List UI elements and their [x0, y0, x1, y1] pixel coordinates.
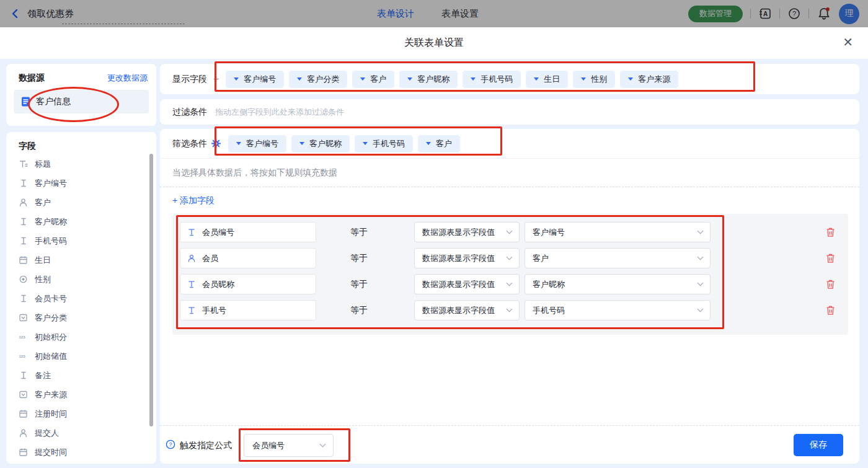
field-label: 生日 — [35, 255, 51, 266]
field-item[interactable]: 注册时间 — [6, 404, 156, 423]
chip-label: 客户 — [370, 74, 386, 85]
chevron-down-icon — [426, 142, 431, 145]
field-chip[interactable]: 客户 — [418, 135, 460, 152]
chip-label: 客户昵称 — [309, 138, 342, 149]
equals-label: 等于 — [350, 274, 368, 294]
save-button[interactable]: 保存 — [794, 434, 843, 456]
filter-dropzone-placeholder[interactable]: 拖动左侧字段到此处来添加过滤条件 — [215, 107, 344, 118]
field-item[interactable]: 会员卡号 — [6, 289, 156, 308]
source-type-select[interactable]: 数据源表显示字段值 — [414, 222, 520, 242]
field-label: 标题 — [35, 159, 51, 170]
select-value: 数据源表显示字段值 — [422, 227, 495, 238]
field-label: 客户来源 — [35, 389, 67, 400]
change-datasource-link[interactable]: 更改数据源 — [107, 73, 148, 84]
datasource-item-label: 客户信息 — [36, 96, 71, 107]
field-item[interactable]: 备注 — [6, 366, 156, 385]
gear-icon[interactable] — [211, 139, 221, 148]
delete-rule-icon[interactable] — [826, 227, 836, 238]
field-item[interactable]: 客户分类 — [6, 308, 156, 327]
field-chip[interactable]: 客户编号 — [228, 135, 286, 152]
datasource-item[interactable]: 客户信息 — [14, 90, 149, 113]
delete-rule-icon[interactable] — [826, 279, 836, 290]
field-chip[interactable]: 客户昵称 — [399, 71, 458, 88]
field-label: 注册时间 — [35, 408, 67, 420]
screening-field-chips: 客户编号 客户昵称 手机号码 客户 — [228, 135, 460, 152]
chevron-down-icon — [698, 254, 704, 260]
chip-label: 客户编号 — [246, 138, 278, 149]
source-field-select[interactable]: 手机号码 — [525, 300, 711, 320]
field-label: 客户昵称 — [35, 216, 67, 227]
text-field-icon — [187, 280, 196, 289]
field-chip[interactable]: 手机号码 — [355, 135, 413, 152]
source-field-select[interactable]: 客户编号 — [525, 222, 711, 242]
field-chip[interactable]: 手机号码 — [463, 71, 521, 88]
field-item[interactable]: 客户编号 — [6, 174, 156, 193]
select-value: 客户编号 — [533, 227, 565, 238]
field-item[interactable]: 手机号码 — [6, 231, 156, 250]
source-type-select[interactable]: 数据源表显示字段值 — [414, 274, 520, 294]
field-item[interactable]: 123 初始储值 — [6, 347, 156, 366]
trigger-formula-select[interactable]: 会员编号 — [244, 434, 334, 457]
text-field-icon — [187, 227, 196, 237]
source-field-select[interactable]: 客户昵称 — [525, 274, 711, 294]
target-field-box[interactable]: 会员编号 — [180, 222, 316, 242]
field-item[interactable]: 性别 — [6, 270, 156, 289]
target-field-label: 会员昵称 — [202, 279, 234, 290]
fields-list: 标题 客户编号 客户 客户昵称 手机号码 生日 — [6, 154, 156, 462]
target-field-box[interactable]: 手机号 — [180, 300, 316, 320]
field-item[interactable]: 标题 — [6, 154, 156, 174]
chip-label: 性别 — [591, 74, 607, 85]
chevron-down-icon — [698, 280, 704, 286]
target-field-box[interactable]: 会员昵称 — [180, 274, 316, 294]
select-value: 数据源表显示字段值 — [422, 305, 495, 316]
chevron-down-icon — [407, 77, 412, 81]
fields-title: 字段 — [6, 141, 156, 154]
chip-label: 客户编号 — [244, 74, 276, 85]
source-field-select[interactable]: 客户 — [525, 248, 711, 268]
field-chip[interactable]: 客户 — [352, 71, 394, 88]
source-type-select[interactable]: 数据源表显示字段值 — [414, 300, 520, 320]
field-chip[interactable]: 客户来源 — [620, 71, 678, 88]
delete-rule-icon[interactable] — [826, 253, 836, 264]
modal-title: 关联表单设置 — [0, 27, 868, 59]
add-display-field-button[interactable]: + — [213, 74, 219, 85]
field-item[interactable]: 客户 — [6, 193, 156, 212]
field-chip[interactable]: 客户编号 — [226, 71, 284, 88]
datasource-title: 数据源 — [19, 73, 45, 84]
field-item[interactable]: 生日 — [6, 250, 156, 270]
fill-rule-row: 会员昵称 等于 数据源表显示字段值 客户昵称 — [172, 274, 848, 294]
text-field-icon — [19, 179, 28, 188]
source-type-select[interactable]: 数据源表显示字段值 — [414, 248, 520, 268]
field-label: 备注 — [35, 370, 51, 381]
field-item[interactable]: 客户昵称 — [6, 212, 156, 231]
chevron-down-icon — [236, 142, 241, 145]
text-field-icon — [19, 371, 28, 380]
field-item[interactable]: 客户来源 — [6, 385, 156, 404]
target-field-box[interactable]: 会员 — [180, 248, 316, 268]
close-icon[interactable]: ✕ — [843, 36, 853, 48]
chevron-down-icon — [234, 77, 239, 81]
delete-rule-icon[interactable] — [826, 305, 836, 316]
select-value: 数据源表显示字段值 — [422, 253, 495, 264]
select-value: 手机号码 — [533, 305, 565, 316]
field-chip[interactable]: 生日 — [526, 71, 568, 88]
field-chip[interactable]: 客户分类 — [289, 71, 347, 88]
number-field-icon: 123 — [19, 332, 28, 342]
help-circle-icon[interactable]: ? — [166, 439, 175, 449]
text-field-icon — [187, 306, 196, 315]
chevron-down-icon — [471, 77, 476, 81]
field-chip[interactable]: 客户昵称 — [291, 135, 350, 152]
add-field-link[interactable]: + 添加字段 — [172, 195, 215, 206]
text-field-icon — [19, 217, 28, 226]
equals-label: 等于 — [350, 300, 368, 320]
relation-settings-panel: 筛选条件 客户编号 客户昵称 — [160, 129, 859, 464]
field-item[interactable]: 提交时间 — [6, 443, 156, 462]
fields-scrollbar[interactable] — [149, 154, 153, 426]
equals-label: 等于 — [350, 248, 368, 268]
field-chip[interactable]: 性别 — [573, 71, 615, 88]
dashed-divider — [160, 187, 859, 187]
field-item[interactable]: 提交人 — [6, 423, 156, 443]
field-item[interactable]: 123 初始积分 — [6, 327, 156, 347]
text-field-icon — [19, 236, 28, 245]
chevron-down-icon — [698, 306, 704, 312]
